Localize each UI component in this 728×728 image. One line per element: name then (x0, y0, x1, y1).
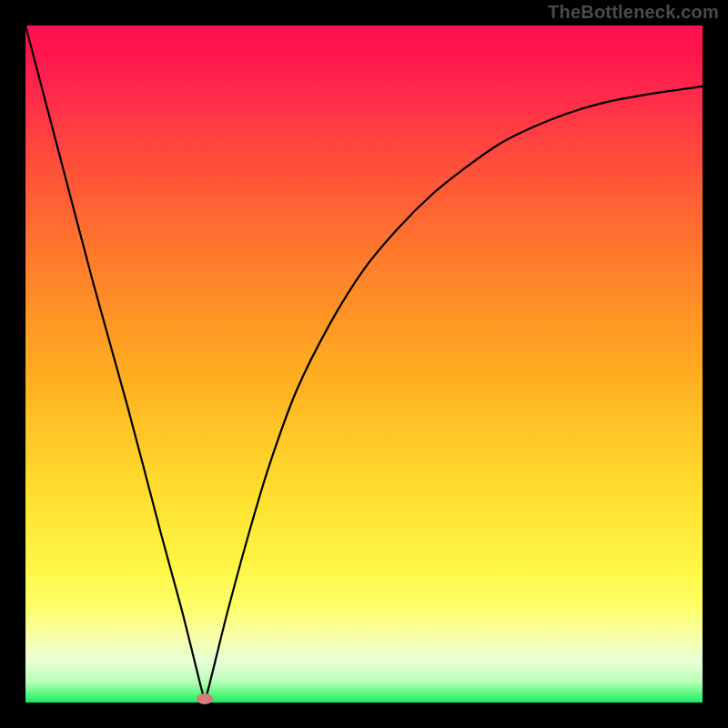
plot-area (25, 25, 703, 703)
watermark-text: TheBottleneck.com (548, 2, 719, 23)
minimum-marker (197, 693, 213, 704)
bottleneck-curve (25, 25, 703, 703)
chart-frame: TheBottleneck.com (0, 0, 728, 728)
